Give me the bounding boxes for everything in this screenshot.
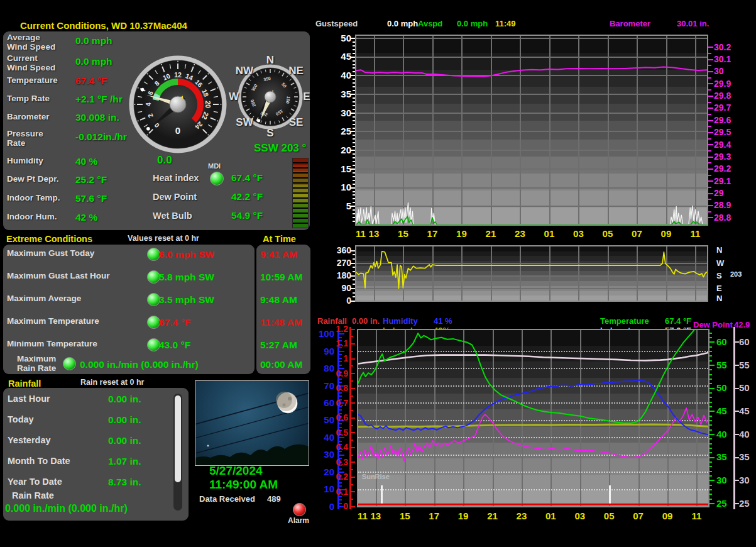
rain-rate-label: Rain Rate bbox=[12, 490, 54, 500]
chart-series bbox=[356, 36, 707, 224]
x-tick-label: 23 bbox=[515, 228, 525, 239]
at-time-panel: 9:41 AM10:59 AM9:48 AM11:48 AM5:27 AM00:… bbox=[256, 245, 310, 374]
axis-tick bbox=[709, 369, 712, 370]
axis-tick bbox=[353, 97, 355, 99]
svg-text:0: 0 bbox=[175, 125, 180, 136]
current-row-label: Pressure bbox=[7, 129, 43, 138]
current-row-value: 67.4 °F bbox=[75, 75, 107, 87]
axis-tick bbox=[709, 392, 712, 394]
axis-tick-label: 90 bbox=[324, 346, 334, 356]
rain-row-label: Yesterday bbox=[8, 435, 51, 445]
axis-tick-label: 0 bbox=[329, 501, 334, 512]
current-row-value: -0.012in./hr bbox=[75, 131, 127, 143]
series-barometer bbox=[356, 67, 707, 77]
axis-tick-label: 10 bbox=[324, 483, 334, 494]
current-row-value: 40 % bbox=[75, 156, 97, 167]
rain-row-value: 1.07 in. bbox=[108, 456, 141, 467]
alarm-led[interactable] bbox=[293, 503, 306, 516]
top-chart-legend: 0.0 mph bbox=[457, 19, 488, 28]
x-tick-label: 09 bbox=[662, 511, 673, 521]
axis-tick bbox=[353, 142, 355, 143]
axis-tick-label: 30 bbox=[716, 475, 727, 485]
cardinal-e: E bbox=[303, 91, 310, 103]
axis-tick bbox=[708, 102, 711, 103]
axis-tick bbox=[339, 365, 342, 366]
axis-tick bbox=[353, 101, 355, 102]
data-received-label: Data Received bbox=[199, 494, 255, 504]
heat-index-label: Heat index bbox=[153, 173, 199, 183]
temperature-scale-colorbar bbox=[292, 158, 309, 228]
axis-tick-label: 35 bbox=[341, 89, 351, 99]
series-direction bbox=[356, 251, 707, 289]
axis-tick bbox=[353, 64, 355, 65]
axis-tick bbox=[708, 187, 711, 188]
axis-tick-label: 0.4 bbox=[336, 442, 348, 452]
rainfall-scrollbar-thumb[interactable] bbox=[175, 395, 181, 482]
station-date: 5/27/2024 bbox=[209, 464, 263, 478]
extreme-row-led bbox=[147, 248, 160, 261]
alarm-label: Alarm bbox=[288, 516, 309, 525]
axis-tick-label: 10 bbox=[341, 182, 351, 192]
axis-tick bbox=[708, 65, 711, 66]
current-row-value: 0.0 mph bbox=[75, 35, 112, 47]
axis-tick bbox=[351, 263, 355, 264]
extreme-row-led bbox=[147, 293, 160, 306]
axis-tick bbox=[353, 296, 355, 297]
current-conditions-title: Current Conditions, WD 10.37Mac404 bbox=[20, 20, 187, 31]
x-tick-label: 19 bbox=[458, 511, 469, 521]
wind-direction-reading: 203 bbox=[730, 270, 742, 278]
x-tick-label: 07 bbox=[632, 228, 642, 239]
axis-tick-label: 0.6 bbox=[336, 412, 348, 423]
weather-dashboard: Current Conditions, WD 10.37Mac404 Extre… bbox=[0, 0, 756, 547]
extreme-reset-note: Values reset at 0 hr bbox=[128, 234, 199, 243]
axis-tick-label: 1.1 bbox=[336, 338, 348, 348]
axis-tick bbox=[709, 351, 712, 352]
axis-tick bbox=[709, 402, 712, 403]
axis-tick bbox=[351, 288, 355, 289]
axis-tick bbox=[353, 45, 355, 47]
at-time-title: At Time bbox=[263, 234, 296, 244]
axis-tick bbox=[351, 94, 355, 95]
x-tick-label: 11 bbox=[691, 511, 701, 521]
axis-tick bbox=[353, 71, 355, 72]
axis-tick bbox=[353, 90, 355, 91]
tree-silhouette bbox=[195, 445, 309, 465]
axis-tick bbox=[709, 374, 712, 375]
top-chart-legend: Avspd bbox=[418, 19, 442, 28]
axis-tick bbox=[353, 135, 355, 136]
axis-tick bbox=[353, 267, 355, 268]
axis-tick bbox=[708, 96, 713, 97]
axis-tick bbox=[708, 157, 713, 158]
series-temperature bbox=[358, 330, 708, 423]
x-tick-label: 03 bbox=[574, 511, 585, 521]
top-chart-legend: 30.01 in. bbox=[677, 19, 709, 28]
axis-tick bbox=[353, 279, 355, 280]
x-tick-label: 17 bbox=[429, 511, 439, 521]
extreme-conditions-title: Extreme Conditions bbox=[6, 234, 92, 244]
axis-tick bbox=[351, 343, 355, 345]
mdi-led bbox=[210, 172, 224, 185]
axis-tick-label: 40 bbox=[739, 429, 750, 439]
rain-row-value: 0.00 in. bbox=[108, 435, 141, 446]
axis-tick bbox=[708, 53, 711, 54]
axis-tick-label: 30.1 bbox=[714, 54, 731, 64]
data-received-value: 489 bbox=[267, 494, 281, 504]
rainfall-scrollbar-track[interactable] bbox=[173, 394, 182, 511]
axis-tick bbox=[353, 165, 355, 166]
axis-tick-label: 35 bbox=[716, 451, 727, 462]
axis-tick bbox=[709, 475, 712, 477]
extreme-row-label: Rain Rate bbox=[17, 363, 56, 373]
axis-tick bbox=[709, 448, 712, 449]
axis-tick bbox=[353, 116, 355, 118]
extreme-row-value: 0.000 in./min (0.000 in./hr) bbox=[80, 359, 199, 370]
axis-tick-label: 20 bbox=[341, 145, 351, 155]
axis-tick bbox=[351, 388, 355, 389]
x-tick-label: 13 bbox=[369, 228, 380, 239]
axis-tick bbox=[353, 49, 355, 50]
rain-reset-note: Rain reset at 0 hr bbox=[80, 378, 144, 387]
axis-tick bbox=[351, 417, 355, 419]
axis-tick-label: 25 bbox=[341, 126, 351, 136]
axis-tick bbox=[708, 205, 713, 206]
axis-tick-label: 25 bbox=[739, 498, 750, 509]
axis-tick bbox=[351, 491, 355, 492]
